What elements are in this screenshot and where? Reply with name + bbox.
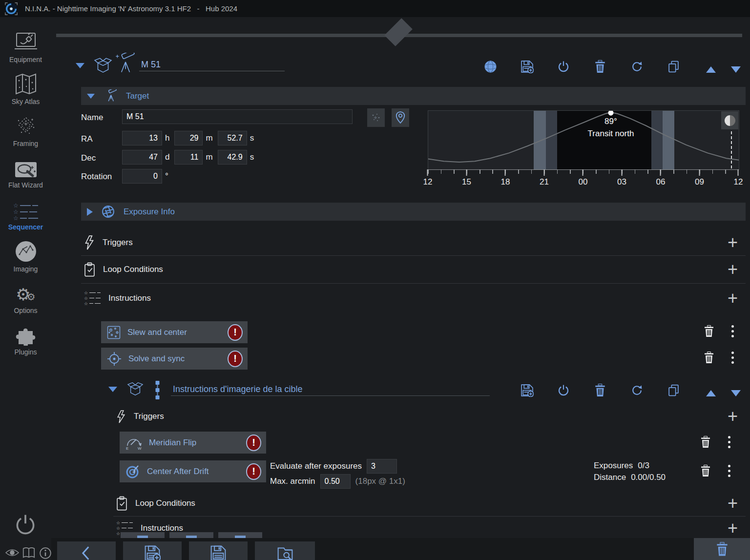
distance-status-label: Distance bbox=[594, 473, 626, 482]
dec-minutes-input[interactable] bbox=[174, 150, 203, 165]
move-nested-down-button[interactable] bbox=[728, 385, 744, 401]
import-framing-button[interactable] bbox=[367, 108, 385, 127]
collapse-target-toggle[interactable] bbox=[87, 94, 95, 99]
save-sequence-file-button[interactable] bbox=[189, 541, 248, 560]
target-panel-header[interactable]: Target bbox=[81, 87, 746, 105]
sequence-title-input[interactable] bbox=[139, 59, 285, 71]
ra-hours-input[interactable] bbox=[122, 131, 162, 145]
sidebar-item-options[interactable]: ⚙⚙ Options bbox=[0, 276, 51, 314]
sidebar-item-label: Flat Wizard bbox=[8, 181, 43, 189]
instruction-slew-and-center[interactable]: Slew and center ! bbox=[101, 321, 248, 343]
back-button[interactable] bbox=[57, 541, 116, 560]
sidebar-item-sequencer[interactable]: ☆ ☆ ☆ Sequencer bbox=[0, 193, 51, 231]
add-trigger-button[interactable]: + bbox=[728, 235, 738, 250]
transit-annotation: Transit north bbox=[588, 129, 634, 139]
collapse-sequence-toggle[interactable] bbox=[76, 63, 84, 68]
move-sequence-up-button[interactable] bbox=[703, 62, 719, 77]
sidebar-item-equipment[interactable]: Equipment bbox=[0, 25, 51, 63]
book-icon bbox=[21, 546, 36, 560]
nina-logo-icon bbox=[4, 1, 19, 16]
sidebar-item-label: Sky Atlas bbox=[12, 98, 40, 105]
about-button[interactable] bbox=[39, 547, 52, 560]
triggers-section-label: Triggers bbox=[103, 238, 133, 248]
save-as-nested-button[interactable] bbox=[519, 382, 535, 398]
save-as-sequence-button[interactable] bbox=[519, 59, 535, 74]
window-title: N.I.N.A. - Nighttime Imaging 'N' Astrono… bbox=[25, 4, 237, 13]
copy-nested-button[interactable] bbox=[666, 382, 681, 398]
lightning-icon bbox=[84, 235, 95, 250]
telescope-icon bbox=[104, 89, 117, 103]
delete-sequence-button[interactable] bbox=[592, 59, 608, 74]
evaluate-after-exposures-input[interactable] bbox=[367, 459, 397, 474]
instruction-solve-and-sync[interactable]: Solve and sync ! bbox=[101, 348, 248, 370]
move-sequence-down-button[interactable] bbox=[728, 62, 744, 77]
triggers-section-header: Triggers + bbox=[81, 229, 746, 256]
open-sequence-file-button[interactable] bbox=[255, 541, 315, 560]
reset-nested-progress-button[interactable] bbox=[629, 382, 645, 398]
sidebar-item-framing[interactable]: Framing bbox=[0, 109, 51, 147]
sidebar-item-sky-atlas[interactable]: Sky Atlas bbox=[0, 67, 51, 105]
rotation-input-row: ° bbox=[122, 169, 168, 184]
drag-to-delete-zone[interactable] bbox=[694, 538, 750, 560]
move-nested-up-button[interactable] bbox=[703, 385, 719, 401]
target-name-input[interactable] bbox=[122, 109, 353, 124]
add-nested-trigger-button[interactable]: + bbox=[728, 409, 738, 424]
rotation-input[interactable] bbox=[122, 169, 162, 184]
svg-text:E: E bbox=[126, 446, 128, 451]
exit-power-button[interactable] bbox=[14, 513, 37, 538]
trigger-center-after-drift[interactable]: Center After Drift ! bbox=[120, 460, 266, 482]
nested-container-icon bbox=[127, 380, 144, 398]
copy-icon bbox=[667, 384, 680, 397]
exposure-info-title: Exposure Info bbox=[124, 207, 175, 217]
slew-and-center-menu-button[interactable] bbox=[731, 325, 734, 337]
add-instruction-button[interactable]: + bbox=[728, 291, 738, 306]
delete-solve-and-sync-button[interactable] bbox=[704, 352, 714, 366]
reset-nested-power-button[interactable] bbox=[556, 382, 571, 398]
reset-sequence-power-button[interactable] bbox=[556, 59, 571, 74]
delete-center-after-drift-button[interactable] bbox=[700, 465, 711, 479]
add-loop-condition-button[interactable]: + bbox=[728, 262, 738, 277]
nested-loop-conditions-label: Loop Conditions bbox=[135, 498, 195, 508]
sidebar-item-imaging[interactable]: Imaging bbox=[0, 235, 51, 273]
splitter-handle[interactable] bbox=[384, 18, 413, 46]
sidebar-item-flat-wizard[interactable]: Flat Wizard bbox=[0, 151, 51, 189]
trash-icon bbox=[704, 325, 714, 337]
instruction-label: Slew and center bbox=[127, 328, 221, 337]
center-after-drift-menu-button[interactable] bbox=[728, 465, 730, 477]
copy-sequence-button[interactable] bbox=[666, 59, 681, 74]
watch-button[interactable] bbox=[5, 548, 20, 560]
copy-icon bbox=[667, 60, 680, 73]
moon-phase-button[interactable] bbox=[721, 111, 738, 129]
meridian-flip-menu-button[interactable] bbox=[728, 436, 730, 448]
show-in-planetarium-button[interactable] bbox=[482, 59, 498, 74]
expand-exposure-info-toggle[interactable] bbox=[87, 208, 93, 216]
max-arcmin-input[interactable] bbox=[320, 474, 351, 489]
trigger-meridian-flip[interactable]: E W Meridian Flip ! bbox=[120, 432, 266, 454]
trash-icon bbox=[700, 436, 711, 448]
validation-error-badge: ! bbox=[246, 435, 261, 451]
delete-nested-button[interactable] bbox=[592, 382, 608, 398]
ra-hours-unit: h bbox=[165, 133, 169, 143]
sidebar-item-plugins[interactable]: Plugins bbox=[0, 318, 51, 356]
dec-degrees-input[interactable] bbox=[122, 150, 162, 165]
add-nested-instruction-button[interactable]: + bbox=[728, 521, 738, 536]
ra-minutes-unit: m bbox=[206, 133, 212, 143]
dec-seconds-input[interactable] bbox=[218, 150, 247, 165]
solve-and-sync-menu-button[interactable] bbox=[731, 352, 734, 364]
delete-meridian-flip-button[interactable] bbox=[700, 436, 711, 450]
ra-seconds-input[interactable] bbox=[218, 131, 247, 145]
delete-slew-and-center-button[interactable] bbox=[704, 325, 714, 339]
reset-progress-button[interactable] bbox=[629, 59, 645, 74]
nested-sequence-title-input[interactable] bbox=[171, 383, 490, 396]
collapse-nested-sequence-toggle[interactable] bbox=[108, 387, 117, 392]
exposure-info-header[interactable]: Exposure Info bbox=[81, 203, 746, 221]
set-coordinates-from-location-button[interactable] bbox=[392, 108, 409, 127]
max-arcmin-label: Max. arcmin bbox=[270, 477, 315, 486]
exposures-status-value: 0/3 bbox=[638, 461, 649, 471]
ra-minutes-input[interactable] bbox=[174, 131, 203, 145]
save-as-sequence-file-button[interactable] bbox=[123, 541, 182, 560]
nested-triggers-header: Triggers + bbox=[113, 405, 746, 428]
add-nested-loop-condition-button[interactable]: + bbox=[728, 496, 738, 511]
instruction-label: Solve and sync bbox=[128, 354, 221, 364]
documentation-button[interactable] bbox=[21, 546, 36, 560]
